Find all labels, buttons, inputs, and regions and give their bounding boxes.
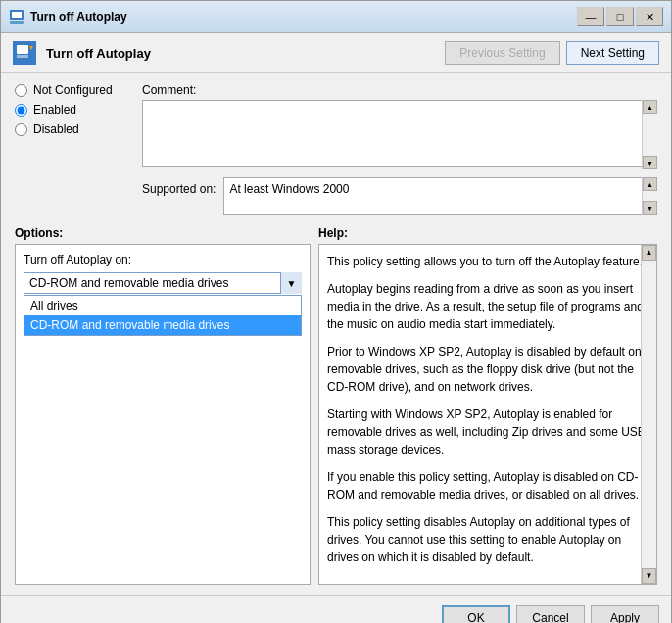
disabled-row: Disabled — [15, 122, 142, 136]
dropdown-arrow-icon[interactable]: ▼ — [280, 272, 302, 294]
not-configured-radio[interactable] — [15, 84, 27, 97]
help-scroll-down[interactable]: ▼ — [642, 568, 656, 584]
svg-rect-4 — [17, 55, 28, 58]
supported-value: At least Windows 2000 — [223, 177, 657, 215]
ok-button[interactable]: OK — [442, 605, 510, 623]
help-paragraph-2: Autoplay begins reading from a drive as … — [327, 280, 648, 333]
not-configured-row: Not Configured — [15, 83, 142, 97]
supported-scroll-up[interactable]: ▲ — [643, 177, 657, 191]
title-bar: Turn off Autoplay — □ ✕ — [1, 1, 671, 33]
top-right: Comment: ▲ ▼ Supported on: At least Wind… — [142, 83, 657, 215]
footer: OK Cancel Apply — [1, 595, 671, 623]
supported-scroll-down[interactable]: ▼ — [643, 201, 657, 215]
supported-scrollbar: ▲ ▼ — [642, 177, 657, 215]
options-panel-label: Turn off Autoplay on: — [24, 253, 302, 266]
help-paragraph-5: If you enable this policy setting, Autop… — [327, 468, 648, 503]
disabled-label: Disabled — [33, 122, 79, 136]
window-title: Turn off Autoplay — [30, 10, 127, 24]
svg-rect-3 — [17, 45, 28, 54]
header-row: Turn off Autoplay Previous Setting Next … — [1, 33, 671, 73]
dropdown-item-all-drives[interactable]: All drives — [24, 296, 301, 315]
bottom-panels: Turn off Autoplay on: CD-ROM and removab… — [15, 244, 657, 585]
help-paragraph-1: This policy setting allows you to turn o… — [327, 253, 648, 270]
svg-marker-5 — [29, 46, 33, 50]
scroll-up-arrow[interactable]: ▲ — [643, 100, 657, 114]
minimize-button[interactable]: — — [577, 7, 604, 26]
comment-section: Comment: ▲ ▼ — [142, 83, 657, 169]
main-content: Not Configured Enabled Disabled Comment: — [1, 73, 671, 595]
dropdown-list: All drives CD-ROM and removable media dr… — [24, 295, 302, 336]
comment-field-wrapper: ▲ ▼ — [142, 100, 657, 169]
help-section-header: Help: — [318, 226, 657, 240]
supported-section: Supported on: At least Windows 2000 ▲ ▼ — [142, 177, 657, 215]
top-content: Not Configured Enabled Disabled Comment: — [15, 83, 657, 215]
dropdown-container: CD-ROM and removable media drives ▼ All … — [24, 272, 302, 336]
radio-section: Not Configured Enabled Disabled — [15, 83, 142, 215]
dropdown-selected[interactable]: CD-ROM and removable media drives — [24, 272, 302, 294]
help-panel: This policy setting allows you to turn o… — [318, 244, 657, 585]
help-text: This policy setting allows you to turn o… — [327, 253, 648, 566]
title-bar-left: Turn off Autoplay — [9, 9, 127, 24]
help-paragraph-6: This policy setting disables Autoplay on… — [327, 513, 648, 566]
next-setting-button[interactable]: Next Setting — [566, 41, 659, 65]
enabled-label: Enabled — [33, 103, 76, 117]
header-buttons: Previous Setting Next Setting — [445, 41, 659, 65]
supported-field-wrapper: At least Windows 2000 ▲ ▼ — [223, 177, 657, 215]
close-button[interactable]: ✕ — [636, 7, 663, 26]
comment-textarea[interactable] — [142, 100, 657, 167]
options-panel: Turn off Autoplay on: CD-ROM and removab… — [15, 244, 311, 585]
dropdown-wrapper: CD-ROM and removable media drives ▼ — [24, 272, 302, 294]
disabled-radio[interactable] — [15, 123, 27, 136]
header-title: Turn off Autoplay — [46, 46, 435, 61]
main-window: Turn off Autoplay — □ ✕ Turn off Autopla… — [0, 0, 672, 623]
maximize-button[interactable]: □ — [606, 7, 634, 26]
help-paragraph-4: Starting with Windows XP SP2, Autoplay i… — [327, 406, 648, 458]
comment-scrollbar: ▲ ▼ — [642, 100, 657, 169]
help-scrollbar: ▲ ▼ — [641, 245, 656, 584]
help-scroll-up[interactable]: ▲ — [642, 245, 656, 261]
scroll-down-arrow[interactable]: ▼ — [643, 156, 657, 169]
cancel-button[interactable]: Cancel — [516, 605, 585, 623]
not-configured-label: Not Configured — [33, 83, 113, 97]
apply-button[interactable]: Apply — [591, 605, 659, 623]
header-icon — [13, 41, 36, 65]
enabled-row: Enabled — [15, 103, 142, 117]
dropdown-item-cdrom[interactable]: CD-ROM and removable media drives — [24, 315, 301, 335]
title-bar-controls: — □ ✕ — [577, 7, 663, 26]
comment-label: Comment: — [142, 83, 657, 97]
previous-setting-button[interactable]: Previous Setting — [445, 41, 559, 65]
window-icon — [9, 9, 24, 24]
enabled-radio[interactable] — [15, 104, 27, 117]
help-paragraph-3: Prior to Windows XP SP2, Autoplay is dis… — [327, 343, 648, 396]
supported-label: Supported on: — [142, 177, 223, 196]
svg-rect-2 — [10, 21, 24, 24]
options-section-header: Options: — [15, 226, 318, 240]
section-headers: Options: Help: — [15, 226, 657, 240]
svg-rect-1 — [12, 12, 22, 18]
